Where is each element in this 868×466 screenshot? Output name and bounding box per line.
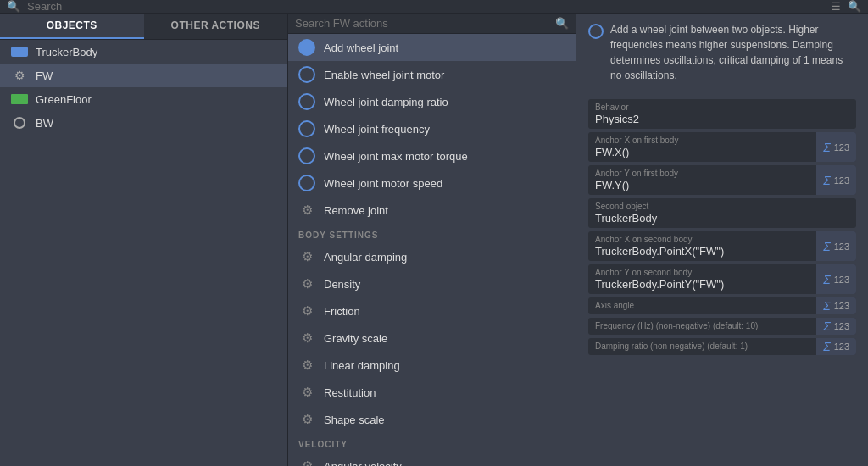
action-label: Restitution [324,386,376,399]
objects-list: TruckerBody ⚙ FW GreenFloor BW [0,40,287,466]
action-label: Remove joint [324,204,388,217]
action-item-friction[interactable]: ⚙ Friction [288,297,576,325]
param-row-anchor-x-first: Anchor X on first body FW.X() Σ 123 [588,132,856,162]
top-search-bar: 🔍 ☰ 🔍 [0,0,868,14]
expression-btn-anchor-y-second[interactable]: Σ 123 [816,264,856,294]
param-row-frequency: Frequency (Hz) (non-negative) (default: … [588,318,856,335]
max-torque-icon [298,147,315,164]
sigma-icon: Σ [823,141,830,154]
action-label: Add wheel joint [324,42,398,54]
expression-btn-frequency[interactable]: Σ 123 [816,318,856,335]
actions-list: Add wheel joint Enable wheel joint motor… [288,34,576,466]
param-label: Anchor Y on first body [595,169,810,178]
expression-btn-axis-angle[interactable]: Σ 123 [816,297,856,314]
param-row-anchor-x-second: Anchor X on second body TruckerBody.Poin… [588,231,856,261]
angular-velocity-icon: ⚙ [298,458,315,466]
tab-bar: OBJECTS OTHER ACTIONS [0,14,287,40]
action-item-gravity-scale[interactable]: ⚙ Gravity scale [288,325,576,352]
tab-other-actions[interactable]: OTHER ACTIONS [144,14,288,39]
param-num: 123 [834,275,849,285]
damping-ratio-icon [298,93,315,110]
param-row-anchor-y-second: Anchor Y on second body TruckerBody.Poin… [588,264,856,294]
action-item-density[interactable]: ⚙ Density [288,270,576,297]
expression-btn-damping-ratio[interactable]: Σ 123 [816,338,856,355]
param-num: 123 [834,142,849,153]
action-label: Density [324,278,360,291]
friction-icon: ⚙ [298,302,315,319]
restitution-icon: ⚙ [298,384,315,401]
param-label: Anchor X on second body [595,235,810,244]
param-value[interactable]: TruckerBody.PointX("FW") [595,245,810,258]
object-item-fw[interactable]: ⚙ FW [0,64,287,87]
param-label: Axis angle [595,301,810,310]
object-item-bw[interactable]: BW [0,111,287,135]
param-label: Second object [595,202,849,211]
param-label-behavior: Behavior [595,103,849,112]
action-item-frequency[interactable]: Wheel joint frequency [288,115,576,142]
object-item-truckerbody[interactable]: TruckerBody [0,40,287,64]
param-label: Frequency (Hz) (non-negative) (default: … [595,321,810,330]
action-item-angular-velocity[interactable]: ⚙ Angular velocity [288,452,576,466]
param-label: Damping ratio (non-negative) (default: 1… [595,341,810,351]
velocity-label: VELOCITY [288,433,576,452]
action-label: Wheel joint motor speed [324,177,442,190]
action-item-add-wheel-joint[interactable]: Add wheel joint [288,34,576,61]
angular-damping-icon: ⚙ [298,248,315,265]
density-icon: ⚙ [298,275,315,292]
param-num: 123 [834,241,849,252]
param-value[interactable]: FW.X() [595,146,810,158]
action-item-angular-damping[interactable]: ⚙ Angular damping [288,243,576,270]
object-item-greenfloor[interactable]: GreenFloor [0,87,287,111]
object-label: TruckerBody [36,46,97,58]
right-panel: Add a wheel joint between two objects. H… [576,14,868,466]
action-item-max-torque[interactable]: Wheel joint max motor torque [288,142,576,169]
action-item-linear-damping[interactable]: ⚙ Linear damping [288,352,576,379]
param-row-damping-ratio: Damping ratio (non-negative) (default: 1… [588,338,856,355]
sigma-icon: Σ [823,174,830,187]
expression-btn-anchor-x-second[interactable]: Σ 123 [816,231,856,261]
search-icon-right[interactable]: 🔍 [848,0,861,13]
gear-icon-fw: ⚙ [10,69,29,82]
param-num: 123 [834,175,849,186]
param-value-behavior: Physics2 [595,113,849,125]
param-value[interactable]: TruckerBody [595,212,849,225]
object-label: GreenFloor [36,93,92,106]
actions-search-icon: 🔍 [555,17,569,30]
expression-btn-anchor-y-first[interactable]: Σ 123 [816,165,856,195]
add-wheel-joint-icon [298,39,315,56]
global-search-input[interactable] [27,0,824,13]
shape-scale-icon: ⚙ [298,411,315,428]
param-row-behavior: Behavior Physics2 [588,99,856,129]
action-label: Enable wheel joint motor [324,69,444,81]
circle-icon [10,116,29,130]
sigma-icon: Σ [823,240,830,253]
description-box: Add a wheel joint between two objects. H… [576,14,868,92]
action-label: Gravity scale [324,332,387,345]
param-row-anchor-y-first: Anchor Y on first body FW.Y() Σ 123 [588,165,856,195]
param-value[interactable]: TruckerBody.PointY("FW") [595,278,810,291]
left-panel: OBJECTS OTHER ACTIONS TruckerBody ⚙ FW G… [0,14,288,466]
action-item-enable-motor[interactable]: Enable wheel joint motor [288,61,576,88]
action-item-damping-ratio[interactable]: Wheel joint damping ratio [288,88,576,115]
desc-icon [588,24,604,39]
action-item-motor-speed[interactable]: Wheel joint motor speed [288,169,576,197]
expression-btn-anchor-x-first[interactable]: Σ 123 [816,132,856,162]
motor-speed-icon [298,175,315,191]
sigma-icon: Σ [823,299,830,313]
remove-joint-gear-icon: ⚙ [298,202,315,219]
search-icon: 🔍 [7,0,20,13]
action-item-restitution[interactable]: ⚙ Restitution [288,379,576,406]
action-item-remove-joint[interactable]: ⚙ Remove joint [288,197,576,224]
action-label: Friction [324,305,360,318]
action-label: Wheel joint max motor torque [324,150,468,163]
filter-icon[interactable]: ☰ [831,0,841,13]
middle-search-bar: 🔍 [288,14,576,34]
action-label: Shape scale [324,413,385,426]
param-value[interactable]: FW.Y() [595,179,810,191]
actions-search-input[interactable] [295,17,550,30]
tab-objects[interactable]: OBJECTS [0,14,144,39]
object-label: FW [36,69,53,82]
param-row-second-object: Second object TruckerBody [588,198,856,228]
action-item-shape-scale[interactable]: ⚙ Shape scale [288,406,576,433]
param-num: 123 [834,301,849,311]
